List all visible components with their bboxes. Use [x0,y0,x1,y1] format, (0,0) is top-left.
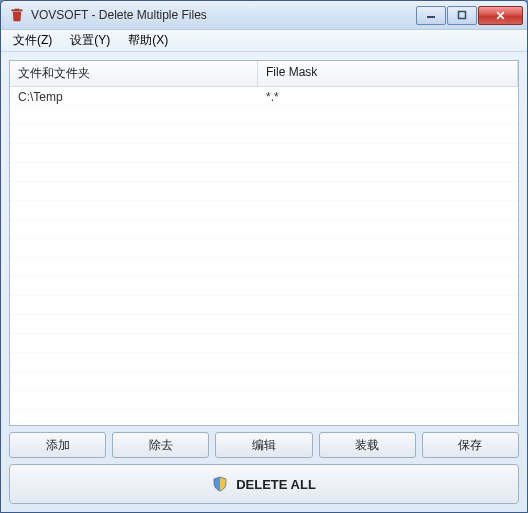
client-area: 文件和文件夹 File Mask C:\Temp *.* 添加 除去 编辑 装载… [1,52,527,512]
menu-file[interactable]: 文件(Z) [5,30,60,51]
remove-button[interactable]: 除去 [112,432,209,458]
svg-rect-0 [427,16,435,18]
delete-all-button[interactable]: DELETE ALL [9,464,519,504]
menu-help[interactable]: 帮助(X) [120,30,176,51]
save-button[interactable]: 保存 [422,432,519,458]
window-controls [416,6,523,25]
cell-mask: *.* [258,87,518,107]
cell-path: C:\Temp [10,87,258,107]
file-listview[interactable]: 文件和文件夹 File Mask C:\Temp *.* [9,60,519,426]
menubar: 文件(Z) 设置(Y) 帮助(X) [1,30,527,52]
button-row: 添加 除去 编辑 装载 保存 [9,432,519,458]
window-title: VOVSOFT - Delete Multiple Files [31,8,416,22]
delete-all-label: DELETE ALL [236,477,316,492]
app-window: VOVSOFT - Delete Multiple Files 文件(Z) 设置… [0,0,528,513]
listview-header: 文件和文件夹 File Mask [10,61,518,87]
minimize-button[interactable] [416,6,446,25]
edit-button[interactable]: 编辑 [215,432,312,458]
listview-body[interactable]: C:\Temp *.* [10,87,518,425]
header-path[interactable]: 文件和文件夹 [10,61,258,86]
svg-rect-1 [459,12,466,19]
add-button[interactable]: 添加 [9,432,106,458]
table-row[interactable]: C:\Temp *.* [10,87,518,107]
header-mask[interactable]: File Mask [258,61,518,86]
maximize-button[interactable] [447,6,477,25]
close-button[interactable] [478,6,523,25]
menu-settings[interactable]: 设置(Y) [62,30,118,51]
load-button[interactable]: 装载 [319,432,416,458]
shield-icon [212,476,228,492]
titlebar[interactable]: VOVSOFT - Delete Multiple Files [1,1,527,30]
app-trash-icon [9,7,25,23]
